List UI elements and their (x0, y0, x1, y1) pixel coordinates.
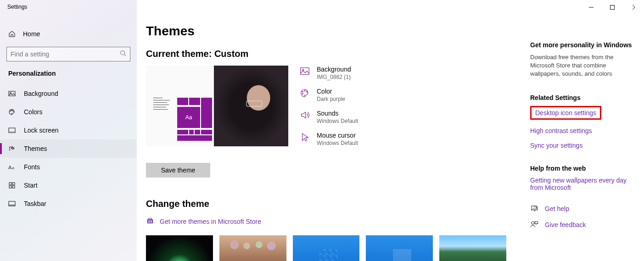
sidebar-item-fonts[interactable]: AA Fonts (0, 158, 137, 176)
svg-point-21 (302, 91, 303, 92)
taskbar-icon (8, 200, 16, 207)
desktop-icon-settings-link[interactable]: Desktop icon settings (530, 106, 601, 120)
sidebar-item-background[interactable]: Background (0, 84, 137, 103)
search-box[interactable] (6, 47, 130, 61)
prop-label: Background (317, 66, 351, 73)
palette-icon (299, 88, 310, 99)
search-icon (120, 50, 126, 58)
minimize-button[interactable] (581, 0, 602, 15)
svg-rect-10 (9, 131, 15, 133)
svg-rect-25 (148, 220, 150, 221)
svg-point-2 (121, 51, 125, 55)
give-feedback-link[interactable]: Give feedback (530, 220, 636, 230)
theme-thumb[interactable] (439, 235, 506, 261)
store-link-label: Get more themes in Microsoft Store (160, 218, 261, 225)
sidebar-item-label: Lock screen (24, 127, 58, 134)
store-icon (146, 217, 154, 226)
sound-icon (299, 110, 310, 121)
svg-point-8 (13, 111, 14, 111)
picture-icon (299, 66, 310, 77)
svg-line-3 (124, 55, 126, 56)
sidebar-item-label: Taskbar (24, 200, 46, 207)
palette-icon (8, 108, 16, 116)
svg-rect-4 (9, 91, 15, 96)
svg-rect-14 (12, 183, 15, 185)
high-contrast-link[interactable]: High contrast settings (530, 127, 636, 134)
related-settings-heading: Related Settings (530, 94, 636, 101)
search-input[interactable] (11, 50, 120, 58)
theme-thumbnails (146, 235, 506, 261)
theme-thumb[interactable] (366, 235, 433, 261)
prop-label: Mouse cursor (317, 132, 358, 139)
window-controls (581, 0, 644, 15)
help-wallpapers-link[interactable]: Getting new wallpapers every day from Mi… (530, 177, 636, 191)
save-theme-button[interactable]: Save theme (146, 163, 210, 178)
prop-value: IMG_0862 (1) (317, 74, 351, 80)
svg-text:A: A (8, 165, 12, 170)
lock-screen-icon (8, 127, 16, 134)
next-button[interactable] (623, 0, 644, 15)
sidebar-item-themes[interactable]: Themes (0, 139, 137, 158)
theme-thumb[interactable] (293, 235, 360, 261)
theme-background-row[interactable]: Background IMG_0862 (1) (299, 66, 506, 80)
prop-label: Sounds (317, 110, 358, 117)
personality-desc: Download free themes from the Microsoft … (530, 53, 636, 78)
svg-point-6 (10, 111, 11, 111)
prop-value: Dark purple (317, 96, 345, 102)
prop-label: Color (317, 88, 345, 95)
theme-thumb[interactable] (146, 235, 213, 261)
home-nav[interactable]: Home (0, 26, 137, 42)
svg-rect-26 (151, 220, 152, 221)
svg-rect-13 (9, 183, 11, 185)
svg-point-20 (302, 69, 304, 71)
sidebar-item-label: Background (24, 90, 58, 97)
svg-rect-15 (9, 186, 11, 188)
sidebar-item-taskbar[interactable]: Taskbar (0, 194, 137, 213)
svg-text:A: A (12, 166, 15, 170)
store-link[interactable]: Get more themes in Microsoft Store (146, 217, 506, 226)
prop-value: Windows Default (317, 118, 358, 124)
current-theme-heading: Current theme: Custom (146, 49, 506, 59)
right-rail: Get more personality in Windows Download… (530, 41, 636, 236)
sidebar: Settings Home Personalization Background… (0, 0, 137, 261)
main-content: Themes Current theme: Custom Aa Backgrou… (146, 18, 515, 261)
preview-aa: Aa (177, 107, 200, 128)
theme-thumb[interactable] (219, 235, 286, 261)
help-heading: Help from the web (530, 165, 636, 172)
theme-preview[interactable]: Aa (146, 66, 288, 146)
home-icon (8, 30, 16, 38)
chat-icon (530, 204, 538, 214)
svg-point-7 (11, 110, 12, 111)
get-help-link[interactable]: Get help (530, 204, 636, 214)
sidebar-item-label: Start (24, 182, 38, 189)
cursor-icon (299, 132, 310, 143)
themes-icon (8, 145, 16, 152)
picture-icon (8, 90, 16, 97)
fonts-icon: AA (8, 164, 16, 170)
sidebar-item-colors[interactable]: Colors (0, 103, 137, 121)
sidebar-item-label: Themes (24, 145, 47, 152)
svg-rect-27 (148, 222, 150, 222)
get-help-label: Get help (545, 205, 569, 212)
sidebar-item-start[interactable]: Start (0, 176, 137, 194)
theme-cursor-row[interactable]: Mouse cursor Windows Default (299, 132, 506, 146)
svg-rect-28 (151, 222, 152, 222)
theme-color-row[interactable]: Color Dark purple (299, 88, 506, 102)
app-title: Settings (7, 4, 27, 10)
start-icon (8, 182, 16, 189)
theme-sounds-row[interactable]: Sounds Windows Default (299, 110, 506, 124)
home-label: Home (23, 30, 40, 38)
svg-point-23 (307, 91, 308, 92)
svg-point-29 (532, 222, 534, 224)
category-label: Personalization (0, 65, 137, 82)
svg-point-24 (302, 94, 303, 94)
sidebar-item-label: Colors (24, 108, 42, 116)
maximize-button[interactable] (602, 0, 623, 15)
sync-settings-link[interactable]: Sync your settings (530, 142, 636, 149)
sidebar-item-lock-screen[interactable]: Lock screen (0, 121, 137, 139)
feedback-icon (530, 220, 538, 230)
svg-point-22 (304, 90, 305, 91)
give-feedback-label: Give feedback (545, 221, 586, 228)
page-title: Themes (146, 24, 506, 39)
personality-heading: Get more personality in Windows (530, 41, 636, 49)
